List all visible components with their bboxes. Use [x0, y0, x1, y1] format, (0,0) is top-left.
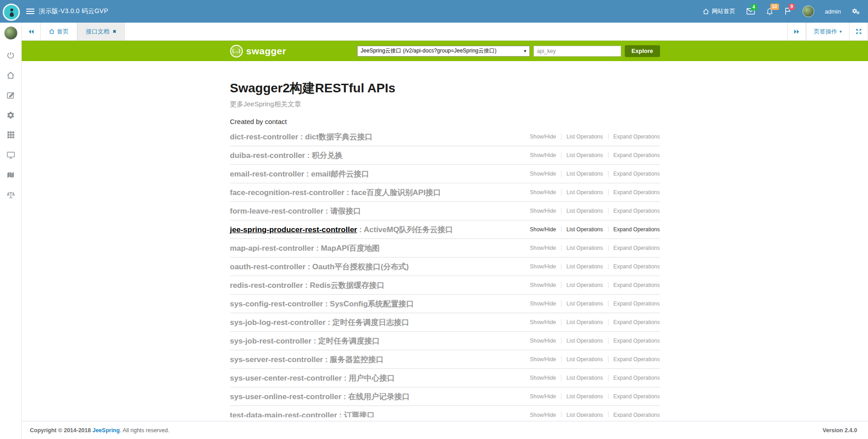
scroll-tabs-left-button[interactable]	[22, 23, 41, 40]
list-operations-link[interactable]: List Operations	[561, 263, 608, 270]
explore-button[interactable]: Explore	[625, 45, 660, 57]
show-hide-link[interactable]: Show/Hide	[525, 245, 561, 251]
controller-description: 用户中心接口	[349, 374, 395, 382]
controller-name-link[interactable]: face-recognition-rest-controller	[230, 188, 344, 197]
show-hide-link[interactable]: Show/Hide	[525, 319, 561, 325]
tasks-button[interactable]: 9	[784, 7, 792, 15]
tab-api-docs[interactable]: 接口文档 ✖	[77, 23, 125, 40]
expand-operations-link[interactable]: Expand Operations	[608, 134, 660, 140]
gear-icon[interactable]	[6, 110, 16, 119]
list-operations-link[interactable]: List Operations	[561, 245, 608, 251]
close-tab-icon[interactable]: ✖	[113, 29, 116, 34]
expand-operations-link[interactable]: Expand Operations	[608, 301, 660, 307]
list-operations-link[interactable]: List Operations	[561, 375, 608, 381]
expand-operations-link[interactable]: Expand Operations	[608, 393, 660, 400]
list-operations-link[interactable]: List Operations	[561, 152, 608, 158]
show-hide-link[interactable]: Show/Hide	[525, 393, 561, 400]
expand-operations-link[interactable]: Expand Operations	[608, 208, 660, 214]
list-operations-link[interactable]: List Operations	[561, 393, 608, 400]
controller-name-link[interactable]: sys-user-center-rest-controller	[230, 374, 342, 382]
list-operations-link[interactable]: List Operations	[561, 319, 608, 325]
controller-name-link[interactable]: duiba-rest-controller	[230, 151, 305, 160]
list-operations-link[interactable]: List Operations	[561, 134, 608, 140]
swagger-logo[interactable]: {…} swagger	[230, 45, 287, 57]
notifications-button[interactable]: 10	[766, 7, 774, 15]
controller-name-link[interactable]: sys-job-rest-controller	[230, 337, 311, 345]
edit-icon[interactable]	[6, 91, 16, 100]
show-hide-link[interactable]: Show/Hide	[525, 338, 561, 344]
show-hide-link[interactable]: Show/Hide	[525, 226, 561, 233]
scroll-tabs-right-button[interactable]	[787, 23, 806, 40]
messages-button[interactable]: 4	[746, 8, 755, 15]
expand-operations-link[interactable]: Expand Operations	[608, 319, 660, 325]
list-operations-link[interactable]: List Operations	[561, 356, 608, 363]
site-home-link[interactable]: 网站首页	[703, 7, 736, 15]
name-desc-separator: :	[344, 188, 351, 197]
sidebar-user-avatar[interactable]	[4, 26, 18, 40]
copyright-text: Copyright © 2014-2018 JeeSpring. All rig…	[30, 427, 170, 434]
expand-operations-link[interactable]: Expand Operations	[608, 171, 660, 177]
grid-icon[interactable]	[6, 130, 16, 139]
show-hide-link[interactable]: Show/Hide	[525, 171, 561, 177]
list-operations-link[interactable]: List Operations	[561, 338, 608, 344]
controller-name-link[interactable]: sys-config-rest-controller	[230, 300, 323, 308]
tab-home[interactable]: 首页	[41, 23, 77, 40]
expand-operations-link[interactable]: Expand Operations	[608, 263, 660, 270]
left-icon-sidebar	[0, 23, 22, 439]
expand-operations-link[interactable]: Expand Operations	[608, 282, 660, 288]
controller-name-link[interactable]: sys-job-log-rest-controller	[230, 318, 326, 327]
list-operations-link[interactable]: List Operations	[561, 208, 608, 214]
api-key-input[interactable]	[533, 46, 621, 57]
page-title: Swagger2构建RESTful APIs	[230, 82, 660, 95]
show-hide-link[interactable]: Show/Hide	[525, 134, 561, 140]
expand-operations-link[interactable]: Expand Operations	[608, 338, 660, 344]
list-operations-link[interactable]: List Operations	[561, 171, 608, 177]
map-icon[interactable]	[6, 170, 16, 179]
expand-operations-link[interactable]: Expand Operations	[608, 245, 660, 251]
show-hide-link[interactable]: Show/Hide	[525, 375, 561, 381]
controller-name-link[interactable]: redis-rest-controller	[230, 281, 303, 290]
controller-name-link[interactable]: oauth-rest-controller	[230, 262, 306, 271]
page-subtitle-link[interactable]: 更多JeeSpring相关文章	[230, 100, 660, 107]
scales-icon[interactable]	[6, 190, 16, 199]
expand-operations-link[interactable]: Expand Operations	[608, 189, 660, 196]
expand-operations-link[interactable]: Expand Operations	[608, 375, 660, 381]
username[interactable]: admin	[825, 8, 841, 15]
show-hide-link[interactable]: Show/Hide	[525, 208, 561, 214]
controller-name-link[interactable]: sys-user-online-rest-controller	[230, 392, 342, 401]
user-avatar[interactable]	[802, 5, 814, 17]
list-operations-link[interactable]: List Operations	[561, 226, 608, 233]
expand-operations-link[interactable]: Expand Operations	[608, 152, 660, 158]
show-hide-link[interactable]: Show/Hide	[525, 152, 561, 158]
jeespring-link[interactable]: JeeSpring	[92, 427, 119, 434]
show-hide-link[interactable]: Show/Hide	[525, 189, 561, 196]
show-hide-link[interactable]: Show/Hide	[525, 263, 561, 270]
expand-operations-link[interactable]: Expand Operations	[608, 226, 660, 233]
controller-name-link[interactable]: email-rest-controller	[230, 170, 304, 178]
expand-operations-link[interactable]: Expand Operations	[608, 356, 660, 363]
fullscreen-button[interactable]	[849, 23, 868, 40]
list-operations-link[interactable]: List Operations	[561, 282, 608, 288]
controller-name-link[interactable]: sys-server-rest-controller	[230, 355, 323, 364]
show-hide-link[interactable]: Show/Hide	[525, 282, 561, 288]
list-operations-link[interactable]: List Operations	[561, 412, 608, 417]
app-logo-avatar[interactable]	[3, 4, 20, 21]
list-operations-link[interactable]: List Operations	[561, 301, 608, 307]
show-hide-link[interactable]: Show/Hide	[525, 301, 561, 307]
tab-operations-dropdown[interactable]: 页签操作 ▾	[806, 23, 849, 40]
controller-name-link[interactable]: test-data-main-rest-controller	[230, 411, 337, 418]
show-hide-link[interactable]: Show/Hide	[525, 412, 561, 417]
controller-name-link[interactable]: form-leave-rest-controller	[230, 207, 324, 215]
monitor-icon[interactable]	[6, 150, 16, 159]
power-icon[interactable]	[6, 51, 16, 60]
list-operations-link[interactable]: List Operations	[561, 189, 608, 196]
show-hide-link[interactable]: Show/Hide	[525, 356, 561, 363]
api-definition-select[interactable]: JeeSpring云接口 (/v2/api-docs?group=JeeSpri…	[357, 46, 530, 57]
controller-name-link[interactable]: jee-spring-producer-rest-controller	[230, 225, 358, 234]
menu-toggle-icon[interactable]	[26, 9, 34, 14]
expand-operations-link[interactable]: Expand Operations	[608, 412, 660, 417]
controller-name-link[interactable]: dict-rest-controller	[230, 133, 298, 141]
settings-gears-icon[interactable]	[852, 7, 861, 15]
controller-name-link[interactable]: map-api-rest-controller	[230, 244, 314, 253]
home-icon[interactable]	[6, 71, 16, 80]
